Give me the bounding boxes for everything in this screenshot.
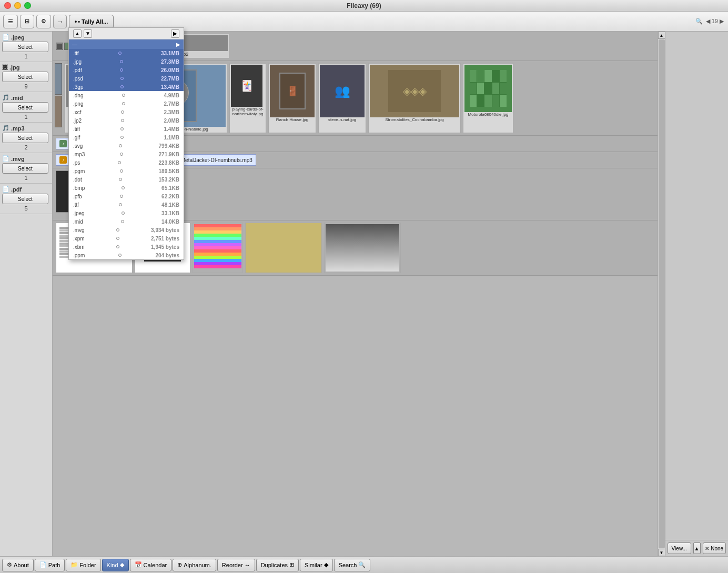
right-panel-footer: View... ▲ ✕ None <box>665 540 728 556</box>
pdf-item-5[interactable] <box>324 223 401 273</box>
similar-button[interactable]: Similar ◆ <box>300 559 333 571</box>
jpeg-ext: .jpeg <box>11 34 25 41</box>
jpg-thumb-motorola <box>464 65 512 112</box>
jpg-thumb-strom: ◈◈◈ <box>370 65 459 117</box>
pdf-item-4[interactable] <box>245 223 322 273</box>
view-button[interactable]: View... <box>668 542 691 554</box>
right-panel: View... ▲ ✕ None <box>665 32 728 556</box>
alphanum-button[interactable]: ⊕ Alphanum. <box>173 559 216 571</box>
path-label: Path <box>48 562 60 568</box>
mvg-select-button[interactable]: Select <box>2 163 48 174</box>
dropdown-item-dot-23 <box>116 245 119 248</box>
dropdown-item-mvg[interactable]: .mvg 3,934 bytes <box>69 226 184 234</box>
mp3-filename-2: fullMetalJacket-DI-numbnuts.mp3 <box>174 157 252 163</box>
dropdown-item-pdf[interactable]: .pdf 26.0MB <box>69 66 184 74</box>
dropdown-item-psd[interactable]: .psd 22.7MB <box>69 74 184 83</box>
jpg-preview-1 <box>55 63 62 95</box>
dropdown-item-name-19: .jpeg <box>73 210 85 216</box>
menu-button[interactable]: ☰ <box>3 15 18 28</box>
dropdown-item-3gp[interactable]: .3gp 13.4MB <box>69 83 184 91</box>
calendar-button[interactable]: 📅 Calendar <box>130 559 172 571</box>
menu-icon: ☰ <box>8 18 13 25</box>
dropdown-item-dot-22 <box>116 237 119 240</box>
about-button[interactable]: ⚙ About <box>2 559 34 571</box>
dropdown-item-tif[interactable]: .tif 33.1MB <box>69 49 184 57</box>
dropdown-item-dng[interactable]: .dng 4.9MB <box>69 91 184 99</box>
mid-file-icon: ♪ <box>59 140 67 147</box>
kind-icon: ◆ <box>120 561 124 568</box>
dropdown-item-dot-2 <box>120 68 123 72</box>
section-dash: — <box>72 42 77 47</box>
dropdown-right-arrow[interactable]: ▶ <box>171 29 179 38</box>
dropdown-item-size-12: 271.9KB <box>159 152 179 157</box>
dropdown-item-xbm[interactable]: .xbm 1,945 bytes <box>69 243 184 251</box>
dropdown-item-svg[interactable]: .svg 799.4KB <box>69 142 184 150</box>
dropdown-item-ppm[interactable]: .ppm 204 bytes <box>69 251 184 259</box>
scroll-thumb[interactable] <box>659 39 665 548</box>
scroll-up-arrow[interactable]: ▲ <box>658 32 665 39</box>
minimize-button[interactable] <box>14 2 21 9</box>
jpg-item-strom[interactable]: ◈◈◈ Stromatolites_Cochabamba.jpg <box>368 63 461 133</box>
folder-button[interactable]: 📁 Folder <box>66 559 100 571</box>
tally-button[interactable]: • • Tally All... <box>69 15 114 28</box>
dropdown-item-size-3: 22.7MB <box>161 76 179 82</box>
dropdown-item-pgm[interactable]: .pgm 189.5KB <box>69 167 184 175</box>
path-button[interactable]: 📄 Path <box>35 559 65 571</box>
jpg-ranch-label: Ranch House.jpg <box>270 117 315 122</box>
none-button[interactable]: ✕ None <box>703 542 726 554</box>
calendar-icon: 📅 <box>135 561 142 568</box>
close-button[interactable] <box>4 2 11 9</box>
duplicates-button[interactable]: Duplicates ⊞ <box>256 559 299 571</box>
dropdown-item-bmp[interactable]: .bmp 65.1KB <box>69 184 184 192</box>
scroll-down-arrow[interactable]: ▼ <box>658 549 665 556</box>
mid-ext: .mid <box>11 95 23 101</box>
jpg-small-previews <box>55 63 62 133</box>
jpeg-select-button[interactable]: Select <box>2 42 48 52</box>
dropdown-item-ttf[interactable]: .ttf 48.1KB <box>69 200 184 209</box>
dropdown-expand-arrow[interactable]: ▼ <box>84 29 92 38</box>
pdf-select-button[interactable]: Select <box>2 194 48 204</box>
dropdown-item-name-12: .mp3 <box>73 152 85 157</box>
jpg-item-steve[interactable]: 👥 steve-n-nat.jpg <box>318 63 366 133</box>
dropdown-item-jp2[interactable]: .jp2 2.0MB <box>69 116 184 125</box>
folder-label: Folder <box>79 562 96 568</box>
dropdown-item-size-16: 65.1KB <box>161 185 179 191</box>
dropdown-item-xcf[interactable]: .xcf 2.3MB <box>69 108 184 116</box>
jpg-select-button[interactable]: Select <box>2 72 48 82</box>
jpg-item-ranch[interactable]: 🚪 Ranch House.jpg <box>268 63 316 133</box>
gear-button[interactable]: ⚙ <box>36 15 51 28</box>
jpg-motorola-label: Motorola68040die.jpg <box>464 112 512 117</box>
dropdown-item-jpg[interactable]: .jpg 27.3MB <box>69 57 184 66</box>
mid-select-button[interactable]: Select <box>2 102 48 113</box>
jpg-item-cards[interactable]: 🃏 playing-cards-of-northern-italy.jpg <box>229 63 266 133</box>
dropdown-item-mid[interactable]: .mid 14.0KB <box>69 217 184 226</box>
dropdown-item-size-14: 189.5KB <box>159 168 179 174</box>
reorder-button[interactable]: Reorder ↔ <box>217 559 255 571</box>
kind-button[interactable]: Kind ◆ <box>102 559 129 571</box>
maximize-button[interactable] <box>24 2 31 9</box>
dropdown-item-xpm[interactable]: .xpm 2,751 bytes <box>69 234 184 243</box>
dropdown-item-png[interactable]: .png 2.7MB <box>69 99 184 108</box>
mp3-select-button[interactable]: Select <box>2 133 48 143</box>
dropdown-item-name-17: .pfb <box>73 194 82 199</box>
dropdown-item-dot-1 <box>120 60 123 63</box>
search-button[interactable]: Search 🔍 <box>334 559 371 571</box>
forward-arrow[interactable]: → <box>53 15 67 28</box>
jpg-steve-label: steve-n-nat.jpg <box>320 117 365 122</box>
pdf-item-3[interactable] <box>193 223 243 273</box>
dropdown-item-dot-16 <box>122 186 125 189</box>
up-arrow-button[interactable]: ▲ <box>693 542 701 554</box>
mid-count: 1 <box>2 114 50 120</box>
dropdown-item-gif[interactable]: .gif 1.1MB <box>69 133 184 142</box>
dropdown-item-jpeg[interactable]: .jpeg 33.1KB <box>69 209 184 217</box>
grid-button[interactable]: ⊞ <box>20 15 34 28</box>
window-title: Fileaxy (69) <box>347 2 381 9</box>
dropdown-item-dot[interactable]: .dot 153.2KB <box>69 175 184 184</box>
jpg-item-motorola[interactable]: Motorola68040die.jpg <box>463 63 513 133</box>
dropdown-item-tiff[interactable]: .tiff 1.4MB <box>69 125 184 133</box>
dropdown-item-ps[interactable]: .ps 223.8KB <box>69 158 184 167</box>
dropdown-item-mp3[interactable]: .mp3 271.9KB <box>69 150 184 158</box>
dropdown-item-dot-0 <box>118 52 122 55</box>
dropdown-item-pfb[interactable]: .pfb 62.2KB <box>69 192 184 200</box>
dropdown-up-arrow[interactable]: ▲ <box>73 29 82 38</box>
